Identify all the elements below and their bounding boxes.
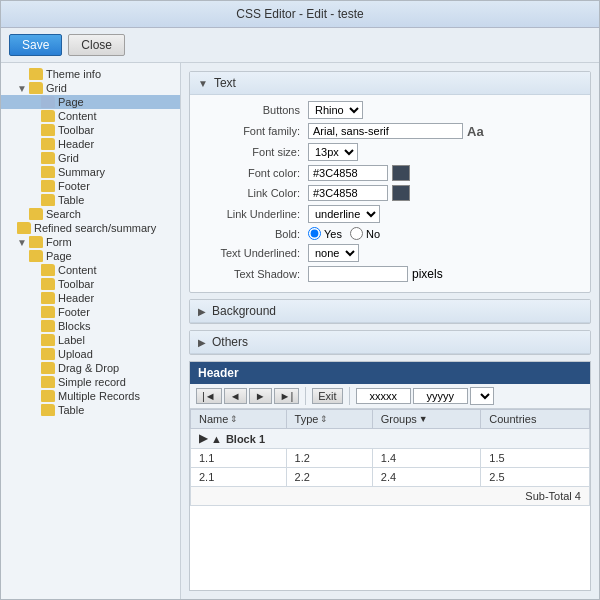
save-button[interactable]: Save	[9, 34, 62, 56]
sidebar-item-label: Label	[58, 334, 85, 346]
sidebar-item-label: Table	[58, 194, 84, 206]
folder-icon	[41, 138, 55, 150]
link-underline-label: Link Underline:	[198, 208, 308, 220]
col-groups[interactable]: Groups ▼	[372, 410, 481, 429]
others-section-header[interactable]: ▶ Others	[190, 331, 590, 354]
nav-first-button[interactable]: |◄	[196, 388, 222, 404]
sidebar-item-grid2[interactable]: Grid	[1, 151, 180, 165]
sidebar-item-table1[interactable]: Table	[1, 193, 180, 207]
font-size-select[interactable]: 13px	[308, 143, 358, 161]
sidebar-item-footer2[interactable]: Footer	[1, 305, 180, 319]
sidebar-item-content1[interactable]: Content	[1, 109, 180, 123]
nav-next-button[interactable]: ►	[249, 388, 272, 404]
sidebar-item-toolbar2[interactable]: Toolbar	[1, 277, 180, 291]
text-section: ▼ Text Buttons Rhino Font family:	[189, 71, 591, 293]
text-underlined-select[interactable]: none	[308, 244, 359, 262]
col-countries-label: Countries	[489, 413, 536, 425]
sidebar-item-header1[interactable]: Header	[1, 137, 180, 151]
folder-icon	[29, 82, 43, 94]
sidebar-item-search[interactable]: Search	[1, 207, 180, 221]
others-section: ▶ Others	[189, 330, 591, 355]
text-shadow-control: pixels	[308, 266, 443, 282]
sidebar-item-label: Refined search/summary	[34, 222, 156, 234]
link-color-control	[308, 185, 410, 201]
nav-last-button[interactable]: ►|	[274, 388, 300, 404]
sidebar-item-label: Header	[58, 138, 94, 150]
sidebar-item-label: Footer	[58, 180, 90, 192]
cell-countries: 2.5	[481, 468, 590, 487]
link-color-swatch[interactable]	[392, 185, 410, 201]
sidebar-item-page2[interactable]: Page	[1, 249, 180, 263]
close-button[interactable]: Close	[68, 34, 125, 56]
bold-yes-radio[interactable]	[308, 227, 321, 240]
font-size-label: Font size:	[198, 146, 308, 158]
others-section-title: Others	[212, 335, 248, 349]
sidebar-item-table2[interactable]: Table	[1, 403, 180, 417]
sidebar-item-label[interactable]: Label	[1, 333, 180, 347]
font-family-input[interactable]	[308, 123, 463, 139]
sidebar-item-grid[interactable]: ▼ Grid	[1, 81, 180, 95]
bold-no-radio[interactable]	[350, 227, 363, 240]
text-section-header[interactable]: ▼ Text	[190, 72, 590, 95]
right-panel: ▼ Text Buttons Rhino Font family:	[181, 63, 599, 599]
nav-prev-button[interactable]: ◄	[224, 388, 247, 404]
font-family-control: Aa	[308, 123, 484, 139]
sidebar-item-content2[interactable]: Content	[1, 263, 180, 277]
sidebar-item-summary[interactable]: Summary	[1, 165, 180, 179]
sort-groups: Groups ▼	[381, 413, 428, 425]
sidebar-item-simple-record[interactable]: Simple record	[1, 375, 180, 389]
block-toggle: ▶ ▲ Block 1	[199, 432, 265, 445]
bold-no-option[interactable]: No	[350, 227, 380, 240]
link-underline-row: Link Underline: underline	[198, 205, 582, 223]
sidebar-item-toolbar1[interactable]: Toolbar	[1, 123, 180, 137]
table-row: 2.1 2.2 2.4 2.5	[191, 468, 590, 487]
buttons-control: Rhino	[308, 101, 363, 119]
folder-icon	[41, 376, 55, 388]
exit-button[interactable]: Exit	[312, 388, 342, 404]
dropdown-icon: ▼	[419, 414, 428, 424]
collapse-icon: ▼	[198, 78, 208, 89]
sidebar-item-upload[interactable]: Upload	[1, 347, 180, 361]
total-input[interactable]	[413, 388, 468, 404]
font-color-swatch[interactable]	[392, 165, 410, 181]
font-color-control	[308, 165, 410, 181]
page-size-select[interactable]	[470, 387, 494, 405]
cell-countries: 1.5	[481, 449, 590, 468]
sidebar-item-label: Header	[58, 292, 94, 304]
sidebar-item-page[interactable]: Page	[1, 95, 180, 109]
font-color-input[interactable]	[308, 165, 388, 181]
sidebar-item-theme-info[interactable]: Theme info	[1, 67, 180, 81]
sidebar-item-header2[interactable]: Header	[1, 291, 180, 305]
folder-icon	[41, 194, 55, 206]
sidebar-item-form[interactable]: ▼ Form	[1, 235, 180, 249]
bold-yes-option[interactable]: Yes	[308, 227, 342, 240]
subtotal-cell: Sub-Total 4	[191, 487, 590, 506]
folder-icon	[41, 362, 55, 374]
sort-icon: ⇕	[230, 414, 238, 424]
page-input[interactable]	[356, 388, 411, 404]
col-countries[interactable]: Countries	[481, 410, 590, 429]
sidebar-item-dragdrop[interactable]: Drag & Drop	[1, 361, 180, 375]
toolbar: Save Close	[1, 28, 599, 63]
text-shadow-label: Text Shadow:	[198, 268, 308, 280]
sidebar-item-refined[interactable]: Refined search/summary	[1, 221, 180, 235]
table-row: 1.1 1.2 1.4 1.5	[191, 449, 590, 468]
link-color-row: Link Color:	[198, 185, 582, 201]
buttons-select[interactable]: Rhino	[308, 101, 363, 119]
preview-area: Header |◄ ◄ ► ►| Exit	[189, 361, 591, 591]
link-underline-select[interactable]: underline	[308, 205, 380, 223]
col-name[interactable]: Name ⇕	[191, 410, 287, 429]
sidebar-item-multiple-records[interactable]: Multiple Records	[1, 389, 180, 403]
sidebar-item-label: Footer	[58, 306, 90, 318]
link-color-input[interactable]	[308, 185, 388, 201]
col-type[interactable]: Type ⇕	[286, 410, 372, 429]
folder-icon	[29, 236, 43, 248]
sidebar-item-blocks[interactable]: Blocks	[1, 319, 180, 333]
toggle-icon: ▼	[17, 83, 27, 94]
sort-name: Name ⇕	[199, 413, 238, 425]
cell-name: 1.1	[191, 449, 287, 468]
bold-yes-label: Yes	[324, 228, 342, 240]
sidebar-item-footer1[interactable]: Footer	[1, 179, 180, 193]
text-shadow-input[interactable]	[308, 266, 408, 282]
background-section-header[interactable]: ▶ Background	[190, 300, 590, 323]
